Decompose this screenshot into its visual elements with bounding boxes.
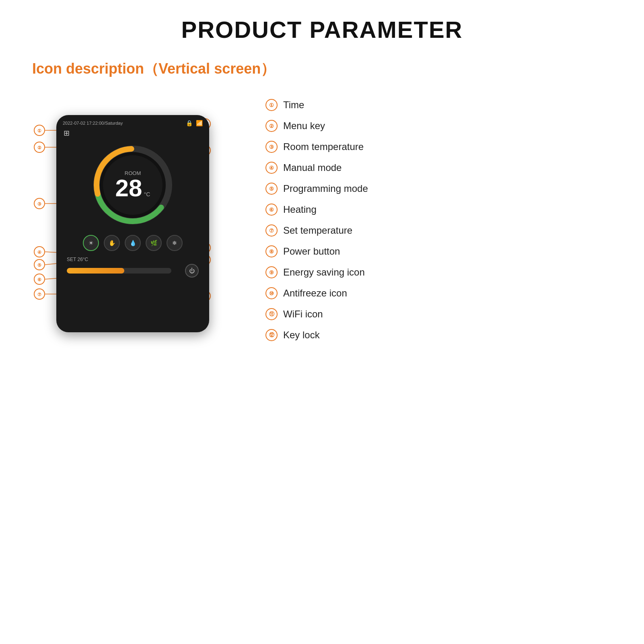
legend-num-4: ④: [265, 162, 278, 174]
device-wrapper: ① ② ③ ④ ⑤ ⑥ ⑦: [24, 91, 241, 350]
svg-point-15: [34, 274, 45, 284]
svg-point-3: [34, 142, 45, 152]
legend-label-3: Room temperature: [283, 141, 364, 152]
energy-saving-btn[interactable]: 🌿: [146, 235, 162, 251]
svg-text:④: ④: [37, 250, 41, 255]
legend: ① Time ② Menu key ③ Room temperature ④ M…: [265, 99, 644, 350]
legend-label-10: Antifreeze icon: [283, 288, 347, 299]
legend-num-11: ⑪: [265, 308, 278, 320]
svg-point-0: [34, 125, 45, 136]
legend-item-7: ⑦ Set temperature: [265, 224, 644, 237]
mode-buttons: ☀ ✋ 💧 🌿 ❄: [63, 235, 203, 251]
section-heading: Icon description（Vertical screen）: [32, 59, 644, 79]
svg-text:③: ③: [37, 202, 41, 206]
legend-item-4: ④ Manual mode: [265, 162, 644, 174]
legend-label-2: Menu key: [283, 120, 325, 132]
legend-label-1: Time: [283, 99, 304, 111]
legend-label-4: Manual mode: [283, 162, 342, 173]
legend-num-9: ⑨: [265, 266, 278, 278]
set-temp-label: SET 26°C: [67, 257, 199, 262]
legend-num-12: ⑫: [265, 329, 278, 341]
topbar-icons: 🔒 📶: [186, 120, 203, 126]
set-temp-fill: [67, 268, 124, 274]
set-temp-row: SET 26°C ⏻: [63, 257, 203, 278]
temp-center: ROOM 28 °C: [115, 170, 150, 200]
heating-btn[interactable]: 💧: [125, 235, 141, 251]
legend-label-7: Set temperature: [283, 225, 352, 236]
legend-item-3: ③ Room temperature: [265, 141, 644, 153]
legend-label-8: Power button: [283, 246, 340, 257]
manual-mode-btn[interactable]: ☀: [83, 235, 99, 251]
legend-item-12: ⑫ Key lock: [265, 329, 644, 341]
legend-label-5: Programming mode: [283, 183, 368, 194]
menu-key-icon: ⊞: [64, 129, 203, 138]
svg-text:⑥: ⑥: [37, 277, 41, 282]
svg-point-18: [34, 289, 45, 299]
legend-item-6: ⑥ Heating: [265, 204, 644, 216]
device-screen: 2022-07-02 17:22:00/Saturday 🔒 📶 ⊞: [56, 115, 209, 332]
svg-point-9: [34, 247, 45, 257]
legend-item-9: ⑨ Energy saving icon: [265, 266, 644, 278]
legend-num-8: ⑧: [265, 245, 278, 257]
legend-num-1: ①: [265, 99, 278, 111]
temp-circle-container: ROOM 28 °C: [63, 141, 203, 229]
legend-label-9: Energy saving icon: [283, 267, 365, 278]
legend-label-6: Heating: [283, 204, 317, 215]
svg-point-6: [34, 198, 45, 209]
svg-text:⑤: ⑤: [37, 263, 41, 267]
device-datetime: 2022-07-02 17:22:00/Saturday: [63, 121, 123, 126]
legend-label-12: Key lock: [283, 329, 320, 341]
set-temp-bar: [67, 268, 171, 274]
legend-num-5: ⑤: [265, 183, 278, 195]
svg-point-12: [34, 259, 45, 270]
device-topbar: 2022-07-02 17:22:00/Saturday 🔒 📶: [63, 120, 203, 126]
svg-text:⑦: ⑦: [37, 292, 41, 297]
lock-icon: 🔒: [186, 120, 193, 126]
legend-item-10: ⑩ Antifreeze icon: [265, 287, 644, 299]
legend-num-2: ②: [265, 120, 278, 132]
legend-num-3: ③: [265, 141, 278, 153]
legend-label-11: WiFi icon: [283, 309, 323, 320]
legend-item-8: ⑧ Power button: [265, 245, 644, 257]
legend-item-2: ② Menu key: [265, 120, 644, 132]
temp-unit: °C: [144, 191, 150, 198]
page-title: PRODUCT PARAMETER: [0, 0, 644, 43]
temperature-value: 28: [115, 175, 142, 202]
legend-item-1: ① Time: [265, 99, 644, 111]
antifreeze-btn[interactable]: ❄: [167, 235, 183, 251]
power-button[interactable]: ⏻: [185, 264, 199, 278]
legend-num-10: ⑩: [265, 287, 278, 299]
thermostat-device: 2022-07-02 17:22:00/Saturday 🔒 📶 ⊞: [56, 115, 209, 332]
svg-text:①: ①: [37, 128, 41, 133]
legend-num-7: ⑦: [265, 224, 278, 237]
legend-item-11: ⑪ WiFi icon: [265, 308, 644, 320]
legend-num-6: ⑥: [265, 204, 278, 216]
set-temp-bar-row: ⏻: [67, 264, 199, 278]
svg-text:②: ②: [37, 145, 41, 150]
legend-item-5: ⑤ Programming mode: [265, 183, 644, 195]
programming-mode-btn[interactable]: ✋: [104, 235, 120, 251]
wifi-icon: 📶: [196, 120, 203, 126]
